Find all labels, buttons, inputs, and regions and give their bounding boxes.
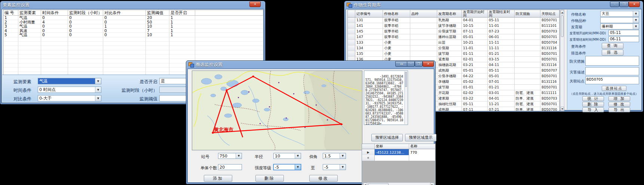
delete-button[interactable]: 删 除 <box>582 102 604 107</box>
row-selector[interactable] <box>348 51 355 57</box>
crop-variety-select[interactable]: ▼ <box>600 17 639 23</box>
table-row[interactable] <box>3 50 263 55</box>
crop-name-select[interactable]: 大豆 ▼ <box>600 11 639 17</box>
table-row[interactable]: 147双季早稻播种出苗期05-0106-01BD50701 <box>348 34 559 40</box>
compare-condition-select[interactable]: 0-大于 ▼ <box>38 95 101 101</box>
radius-select[interactable]: 10 ▼ <box>273 153 301 159</box>
column-header[interactable]: 监测要素 <box>18 10 41 16</box>
column-header[interactable]: 发育期开始时间 <box>462 10 488 18</box>
table-row[interactable]: 135小麦拔节期01-1101-21BD50701 <box>348 51 559 57</box>
row-selector[interactable] <box>348 40 355 46</box>
titlebar[interactable]: 作物生育期库 <box>344 1 643 9</box>
close-icon[interactable]: ✕ <box>423 61 434 67</box>
table-row[interactable]: 141双季早稻拔节孕穗期10-1511-01B111101 <box>348 23 559 29</box>
scroll-left-icon[interactable]: ◄ <box>363 183 367 185</box>
intensity-level-select[interactable]: -5 ▼ <box>273 164 301 170</box>
scrollbar-thumb[interactable] <box>561 15 564 37</box>
column-header[interactable]: 发育期结束时间 <box>488 10 515 18</box>
column-header[interactable]: 记录编号 <box>355 10 383 18</box>
map-view[interactable]: 黄北海市 <box>192 70 362 150</box>
row-selector[interactable] <box>348 18 355 23</box>
table-row[interactable]: 4风速00071 <box>3 29 263 33</box>
intensity-to-select[interactable]: -5 ▼ <box>323 164 346 170</box>
maximize-icon[interactable]: ❐ <box>415 61 423 67</box>
measures-textarea[interactable] <box>585 56 639 66</box>
table-row[interactable]: ▶ -45122.12238... 770 <box>362 149 435 155</box>
import-button[interactable]: 导 入 <box>582 107 604 112</box>
table-vertical-scrollbar[interactable]: ▲ ▼ <box>560 10 564 111</box>
scroll-right-icon[interactable]: ► <box>430 183 434 185</box>
stage-end-input[interactable]: 06-11 <box>608 36 639 42</box>
cell: 0 <box>68 33 103 37</box>
table-row[interactable]: 3气温001101 <box>3 24 263 29</box>
minimize-icon[interactable]: – <box>407 61 415 67</box>
column-header[interactable]: 监测时段（小时） <box>68 10 103 16</box>
modify-button[interactable]: 修 改 <box>608 102 630 107</box>
scrollbar-thumb[interactable] <box>368 183 389 185</box>
column-header[interactable]: 品种 <box>410 10 437 18</box>
table-row[interactable] <box>3 46 263 50</box>
table-row[interactable] <box>3 37 263 42</box>
station-select[interactable]: 750 ▼ <box>218 153 242 159</box>
stat-button[interactable]: 统 计 <box>582 96 604 101</box>
row-selector[interactable] <box>348 29 355 34</box>
table-row[interactable]: 2小时雨量400501 <box>3 20 263 25</box>
maximize-icon[interactable]: ❐ <box>619 1 629 7</box>
minimize-icon[interactable]: – <box>610 1 619 7</box>
disaster-desc-textarea[interactable] <box>585 67 639 75</box>
column-header[interactable]: 作物名称 <box>383 10 410 18</box>
add-button[interactable]: 添加 <box>204 175 232 182</box>
scroll-up-icon[interactable]: ▲ <box>561 10 564 14</box>
query-button[interactable]: 查 询 <box>602 43 623 49</box>
column-header[interactable]: 发育期名称 <box>437 10 462 18</box>
column-header[interactable]: 监测阈值 <box>146 10 169 16</box>
row-selector[interactable] <box>348 10 355 18</box>
warning-area-show-button[interactable]: 预警区域显示 <box>405 134 436 141</box>
close-icon[interactable]: ✕ <box>249 1 261 7</box>
table-row[interactable]: 133小麦出苗10-2111-11BD50704 <box>348 40 559 46</box>
column-header[interactable]: 时间条件 <box>41 10 68 16</box>
stage-start-input[interactable]: 05-11 <box>608 30 639 36</box>
row-selector[interactable] <box>348 46 355 51</box>
column-header[interactable]: 是否开启 <box>169 10 195 16</box>
select-station-button[interactable]: 选择站点 <box>602 86 626 91</box>
cell-count-input[interactable]: 20 <box>218 164 242 170</box>
time-condition-select[interactable]: 0 时间点 ▼ <box>38 87 101 93</box>
table-row[interactable]: 5气温000101 <box>3 33 263 37</box>
column-header[interactable]: 编 号 <box>3 10 18 16</box>
element-select[interactable]: 气温 ▼ <box>38 78 101 84</box>
table-row[interactable]: 134小麦分蘖期11-0111-11B131116 <box>348 46 559 51</box>
column-header[interactable]: 坐标 <box>375 144 409 149</box>
column-header[interactable]: 防灾措施 <box>515 10 540 18</box>
table-row[interactable]: 1气温000201 <box>3 16 263 20</box>
grid-horizontal-scrollbar[interactable]: ◄ ► <box>363 182 435 185</box>
warning-area-select-button[interactable]: 预警区域选择 <box>371 134 403 141</box>
row-selector[interactable] <box>348 34 355 40</box>
delete-button[interactable]: 删除 <box>255 175 284 182</box>
column-header[interactable] <box>195 10 263 16</box>
swap-icon[interactable]: ⇔ <box>395 61 408 67</box>
column-header[interactable]: 名称 <box>409 144 435 149</box>
column-header[interactable]: 关联站点 <box>540 10 559 18</box>
scroll-down-icon[interactable]: ▼ <box>561 107 564 111</box>
table-new-row[interactable]: ✳ <box>362 155 435 161</box>
linked-station-input[interactable]: BD50705 <box>585 76 639 84</box>
column-header[interactable]: 对比条件 <box>103 10 146 16</box>
filter-button[interactable]: 筛 选 <box>602 50 623 56</box>
add-button[interactable]: 增 加 <box>608 96 630 101</box>
titlebar[interactable]: 要素监控设置 <box>0 1 265 9</box>
elevation-select[interactable]: 1.5 ▼ <box>323 153 346 159</box>
table-row[interactable] <box>3 42 263 46</box>
growth-stage-select[interactable]: 播种期 ▼ <box>600 23 639 29</box>
close-icon[interactable]: ✕ <box>629 1 640 7</box>
row-selector[interactable] <box>348 23 355 29</box>
modify-button[interactable]: 修改 <box>309 175 338 182</box>
table-row[interactable]: 145双季早稻分蘖拔节期07-1107-23BD50703 <box>348 29 559 34</box>
scrollbar-thumb[interactable] <box>405 72 407 87</box>
export-button[interactable]: 导 出 <box>608 107 630 112</box>
table-row[interactable] <box>3 54 263 59</box>
textarea-scrollbar[interactable] <box>404 71 407 124</box>
cell: 小时雨量 <box>18 20 41 25</box>
table-row[interactable]: 131双季早稻乳熟期04-0105-11BD50701 <box>348 18 559 23</box>
coordinates-textarea[interactable]: -3491.0172034571, 905914.13175410, 63458… <box>364 70 408 125</box>
